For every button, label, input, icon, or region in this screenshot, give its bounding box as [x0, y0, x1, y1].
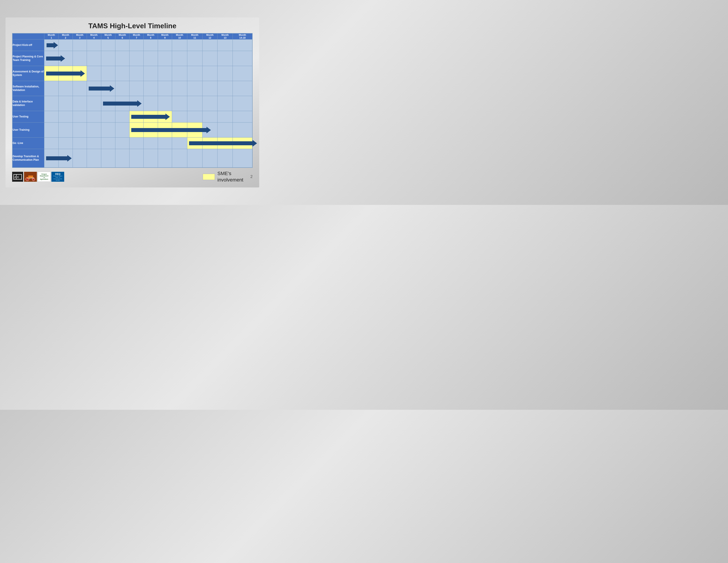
svg-text:J: J — [14, 176, 16, 178]
gantt-cell — [73, 111, 87, 122]
gantt-cell — [44, 81, 58, 96]
month-6-header: Month6 — [115, 33, 129, 39]
gantt-cell — [58, 96, 73, 111]
gantt-cell-yellow — [129, 111, 144, 122]
gantt-cell — [115, 111, 129, 122]
gantt-cell — [187, 149, 202, 167]
gantt-cell — [101, 96, 115, 111]
gantt-cell — [158, 66, 172, 81]
table-row: User Training — [13, 122, 252, 137]
logo-oregon: OregonDepartmentofAgriculture — [38, 172, 51, 182]
month-3-header: Month3 — [73, 33, 87, 39]
gantt-cell — [202, 81, 218, 96]
gantt-cell — [87, 149, 101, 167]
gantt-cell — [87, 137, 101, 149]
gantt-cell-yellow — [129, 122, 144, 137]
gantt-cell — [58, 81, 73, 96]
gantt-cell — [44, 51, 58, 66]
gantt-cell — [218, 51, 233, 66]
month-8-header: Month8 — [144, 33, 158, 39]
page-title: TAMS High-Level Timeline — [12, 22, 253, 30]
gantt-cell — [172, 111, 187, 122]
gantt-cell — [158, 137, 172, 149]
table-row: Project Kick-off — [13, 39, 252, 51]
gantt-cell — [115, 137, 129, 149]
table-row: Software Installation, Validation — [13, 81, 252, 96]
logo-area: J C TRACTOR OregonDepartmentofAgricul — [12, 172, 64, 182]
slide: TAMS High-Level Timeline — [6, 17, 259, 188]
gantt-cell — [218, 149, 233, 167]
gantt-cell — [233, 51, 252, 66]
gantt-cell — [101, 111, 115, 122]
gantt-cell — [115, 122, 129, 137]
gantt-cell — [218, 96, 233, 111]
gantt-cell-yellow — [187, 137, 202, 149]
gantt-cell — [129, 81, 144, 96]
page-number: 2 — [250, 174, 253, 179]
gantt-cell — [44, 111, 58, 122]
month-5-header: Month5 — [101, 33, 115, 39]
table-row: Project Planning & Core Team Training — [13, 51, 252, 66]
month-2-header: Month2 — [58, 33, 73, 39]
gantt-cell — [187, 39, 202, 51]
gantt-cell — [87, 51, 101, 66]
gantt-cell — [144, 96, 158, 111]
logo-jc: J C — [12, 172, 23, 182]
gantt-cell — [87, 111, 101, 122]
task-label-planning: Project Planning & Core Team Training — [13, 51, 44, 66]
gantt-cell — [158, 51, 172, 66]
table-row: Assessment & Design of System — [13, 66, 252, 81]
gantt-cell — [144, 81, 158, 96]
gantt-cell — [73, 96, 87, 111]
gantt-cell — [115, 51, 129, 66]
gantt-cell-yellow — [44, 66, 58, 81]
gantt-cell — [187, 96, 202, 111]
gantt-cell — [187, 111, 202, 122]
gantt-cell — [144, 51, 158, 66]
month-9-header: Month9 — [158, 33, 172, 39]
task-label-software: Software Installation, Validation — [13, 81, 44, 96]
gantt-chart: Month1 Month2 Month3 Month4 Month5 Month… — [12, 33, 253, 168]
gantt-cell — [187, 81, 202, 96]
gantt-cell — [58, 111, 73, 122]
gantt-cell — [129, 149, 144, 167]
gantt-cell — [172, 51, 187, 66]
gantt-cell — [218, 81, 233, 96]
gantt-cell — [202, 111, 218, 122]
task-label-develop: Develop Transition & Communication Plan — [13, 149, 44, 167]
gantt-cell — [202, 51, 218, 66]
gantt-cell — [158, 81, 172, 96]
header-empty — [13, 33, 44, 39]
gantt-cell — [73, 39, 87, 51]
gantt-cell — [73, 137, 87, 149]
gantt-cell — [129, 66, 144, 81]
gantt-cell — [158, 39, 172, 51]
gantt-cell — [172, 149, 187, 167]
gantt-cell — [58, 137, 73, 149]
gantt-cell — [115, 81, 129, 96]
month-10-header: Month10 — [172, 33, 187, 39]
task-label-usertesting: User Testing — [13, 111, 44, 122]
svg-text:TRACTOR: TRACTOR — [27, 177, 34, 179]
gantt-cell — [233, 122, 252, 137]
table-row: Go -Live — [13, 137, 252, 149]
gantt-table: Month1 Month2 Month3 Month4 Month5 Month… — [12, 33, 252, 167]
gantt-cell — [115, 66, 129, 81]
month-7-header: Month7 — [129, 33, 144, 39]
gantt-cell — [44, 39, 58, 51]
gantt-cell — [144, 137, 158, 149]
gantt-cell — [144, 39, 158, 51]
logo-tractor: TRACTOR — [24, 172, 37, 182]
gantt-cell — [233, 81, 252, 96]
gantt-cell — [44, 137, 58, 149]
gantt-cell — [158, 96, 172, 111]
gantt-cell — [172, 96, 187, 111]
gantt-cell — [101, 149, 115, 167]
gantt-cell — [202, 96, 218, 111]
gantt-cell — [233, 96, 252, 111]
legend-yellow-box — [203, 174, 215, 180]
gantt-cell — [172, 81, 187, 96]
gantt-cell — [44, 96, 58, 111]
gantt-cell — [172, 66, 187, 81]
svg-text:C: C — [17, 176, 19, 178]
